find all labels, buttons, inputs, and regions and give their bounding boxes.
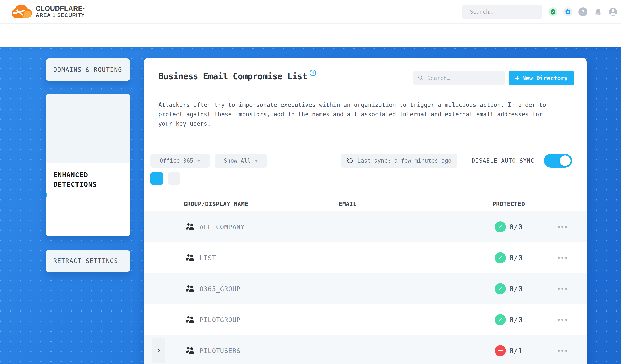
shield-check-icon xyxy=(550,9,555,15)
info-icon[interactable]: i xyxy=(310,69,316,76)
sidebar-item[interactable] xyxy=(46,94,130,117)
show-filter-value: Show All xyxy=(224,157,251,164)
last-sync-status: Last sync: a few minutes ago xyxy=(341,154,457,168)
protected-status-icon: ✓ xyxy=(495,283,506,295)
new-directory-label: New Directory xyxy=(522,75,568,81)
page-title: Business Email Compromise List xyxy=(158,71,307,81)
brand-text: CLOUDFLARE® AREA 1 SECURITY xyxy=(36,5,85,18)
panel-actions: + New Directory xyxy=(414,71,574,85)
protected-status-icon: ✓ xyxy=(495,314,506,325)
table-header: GROUP/DISPLAY NAME EMAIL PROTECTED xyxy=(144,198,586,211)
protected-count: 0/0 xyxy=(509,254,522,262)
section-divider xyxy=(150,139,580,139)
sidebar-item-enhanced-detections[interactable]: ENHANCED DETECTIONS xyxy=(53,170,109,189)
help-button[interactable]: ? xyxy=(578,7,587,16)
table-row: › PILOTUSERS ✓ xyxy=(144,335,586,364)
show-filter-dropdown[interactable]: Show All xyxy=(215,154,267,168)
row-menu-button[interactable] xyxy=(558,288,567,290)
column-protected: PROTECTED xyxy=(493,201,525,207)
chevron-down-icon xyxy=(255,160,258,162)
protected-status-icon: ✓ xyxy=(495,252,506,263)
title-row: Business Email Compromise List i xyxy=(158,71,316,81)
chevron-right-icon: › xyxy=(156,346,161,354)
account-button[interactable] xyxy=(608,7,618,16)
main-panel: Business Email Compromise List i + New D… xyxy=(144,58,586,364)
check-icon: ✓ xyxy=(499,285,502,292)
cloudflare-logo[interactable]: CLOUDFLARE® AREA 1 SECURITY xyxy=(11,4,85,19)
brand-subtitle: AREA 1 SECURITY xyxy=(36,12,85,18)
auto-sync-toggle[interactable] xyxy=(544,154,572,168)
global-search[interactable] xyxy=(462,5,542,19)
search-icon xyxy=(418,75,424,81)
auto-sync-label: DISABLE AUTO SYNC xyxy=(472,157,535,164)
sidebar-item[interactable] xyxy=(46,117,130,140)
chevron-down-icon xyxy=(197,160,201,162)
policy-list xyxy=(46,94,130,163)
group-icon xyxy=(186,284,195,293)
table-row: › O365_GROUP ✓ xyxy=(144,273,586,304)
plus-icon: + xyxy=(515,75,519,81)
row-menu-button[interactable] xyxy=(558,226,567,228)
check-icon: ✓ xyxy=(499,223,502,230)
directory-dropdown-value: Office 365 xyxy=(160,157,193,164)
page-description: Attackers often try to impersonate execu… xyxy=(158,100,554,128)
sidebar-card-domains-routing: DOMAINS & ROUTING xyxy=(46,58,130,81)
column-group-display-name: GROUP/DISPLAY NAME xyxy=(184,201,248,207)
check-icon: ✓ xyxy=(499,316,502,323)
table-row: › ALL COMPANY ✓ xyxy=(144,211,586,242)
protected-count: 0/0 xyxy=(509,284,522,293)
check-icon: ✓ xyxy=(499,254,502,261)
protected-count: 0/1 xyxy=(509,347,522,355)
sidebar-item-label: DOMAINS & ROUTING xyxy=(53,66,122,73)
row-menu-button[interactable] xyxy=(558,319,567,321)
expand-row-button[interactable]: › xyxy=(152,338,165,363)
brand-name: CLOUDFLARE xyxy=(36,5,83,12)
registered-mark: ® xyxy=(83,7,85,10)
settings-button[interactable] xyxy=(563,7,572,16)
directory-dropdown[interactable]: Office 365 xyxy=(150,154,210,168)
notifications-button[interactable] xyxy=(593,7,603,16)
row-menu-button[interactable] xyxy=(558,350,567,351)
refresh-icon xyxy=(346,157,353,164)
protected-status-icon: ✓ xyxy=(495,345,506,356)
security-status-button[interactable] xyxy=(548,7,557,16)
group-tabs xyxy=(150,172,180,185)
new-directory-button[interactable]: + New Directory xyxy=(509,71,574,85)
group-name: ALL COMPANY xyxy=(200,223,245,231)
gear-icon xyxy=(565,9,571,15)
tab[interactable] xyxy=(168,172,180,185)
table-body: › ALL COMPANY ✓ xyxy=(144,211,586,364)
bell-icon xyxy=(595,8,601,15)
toggle-knob xyxy=(560,155,570,166)
group-name: PILOTUSERS xyxy=(200,347,241,354)
app: CLOUDFLARE® AREA 1 SECURITY xyxy=(0,0,621,364)
group-icon xyxy=(186,223,195,231)
global-search-input[interactable] xyxy=(470,9,538,15)
protected-status-icon: ✓ xyxy=(495,221,506,232)
row-menu-button[interactable] xyxy=(558,257,567,259)
group-icon xyxy=(186,254,195,262)
sidebar-item-label: RETRACT SETTINGS xyxy=(53,258,118,264)
list-search[interactable] xyxy=(414,71,505,85)
sidebar-card-policies: ENHANCED DETECTIONS xyxy=(46,94,130,236)
group-name: LIST xyxy=(200,254,216,261)
user-icon xyxy=(609,8,617,16)
cloudflare-cloud-icon xyxy=(11,4,32,19)
group-name: PILOTGROUP xyxy=(200,316,241,323)
tab[interactable] xyxy=(150,172,163,185)
sidebar-card-retract: RETRACT SETTINGS xyxy=(46,250,130,272)
group-icon xyxy=(186,347,195,355)
top-header: CLOUDFLARE® AREA 1 SECURITY xyxy=(0,0,621,24)
group-icon xyxy=(186,315,195,324)
enhanced-detections-section: ENHANCED DETECTIONS xyxy=(46,163,130,189)
sidebar-item[interactable] xyxy=(46,140,130,163)
last-sync-text: Last sync: a few minutes ago xyxy=(357,157,451,164)
group-name: O365_GROUP xyxy=(200,285,241,293)
protected-count: 0/0 xyxy=(509,223,522,231)
table-row: › PILOTGROUP ✓ xyxy=(144,304,586,335)
header-right: ? xyxy=(462,5,618,19)
sidebar-item-domains-routing[interactable]: DOMAINS & ROUTING xyxy=(46,58,130,81)
list-search-input[interactable] xyxy=(427,75,501,81)
sidebar-item-retract-settings[interactable]: RETRACT SETTINGS xyxy=(46,250,130,272)
column-email: EMAIL xyxy=(339,201,357,207)
